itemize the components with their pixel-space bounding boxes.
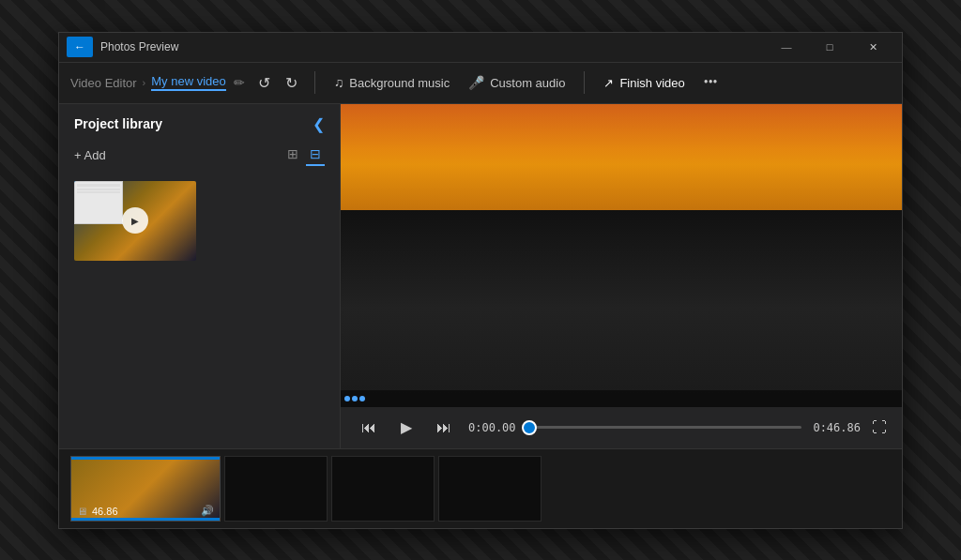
breadcrumb: Video Editor › My new video [70,74,226,91]
media-grid: ▶ [59,174,340,268]
dot-2 [352,396,358,401]
export-icon: ↗ [603,76,614,90]
panel-toolbar: + Add ⊞ ⊟ [59,141,340,174]
list-view-button[interactable]: ⊟ [306,144,325,166]
toolbar-divider [314,71,315,94]
window-controls: — □ ✕ [765,32,894,62]
window-title: Photos Preview [100,40,178,53]
right-panel: ⏮ ▶ ⏭ 0:00.00 0:46.86 ⛶ [341,104,902,448]
toolbar: Video Editor › My new video ✏ ↺ ↻ ♫ Back… [59,63,902,104]
breadcrumb-root[interactable]: Video Editor [70,76,137,90]
step-forward-button[interactable]: ⏭ [431,415,457,441]
redo-button[interactable]: ↻ [280,70,303,96]
media-thumbnail[interactable]: ▶ [74,181,196,261]
back-icon: ← [74,40,85,54]
custom-audio-button[interactable]: 🎤 Custom audio [461,71,572,94]
timeline-track [527,426,802,429]
add-media-button[interactable]: + Add [74,148,106,162]
timeline-strip: 🖥 46.86 🔊 [59,448,902,528]
panel-header: Project library ❮ [59,104,340,141]
video-statusbar [341,390,902,407]
playback-controls: ⏮ ▶ ⏭ 0:00.00 0:46.86 ⛶ [341,407,902,448]
more-options-button[interactable]: ••• [696,71,725,94]
background-music-button[interactable]: ♫ Background music [327,71,457,94]
clip-progress-bar [71,457,220,460]
minimize-button[interactable]: — [765,32,808,62]
dot-3 [359,396,365,401]
dot-1 [344,396,350,401]
panel-title: Project library [74,116,162,131]
background-music-label: Background music [349,76,450,90]
audio-icon: 🔊 [201,505,214,517]
left-panel: Project library ❮ + Add ⊞ ⊟ [59,104,341,448]
timeline-empty-clip-2[interactable] [331,456,435,522]
timeline-empty-clip-3[interactable] [438,456,542,522]
thumbnail-overlay [74,181,123,225]
video-sky [341,104,902,225]
strip-indicator [71,518,220,521]
timeline-knob[interactable] [522,420,537,435]
main-area: Project library ❮ + Add ⊞ ⊟ [59,104,902,448]
video-preview [341,104,902,407]
play-overlay-icon[interactable]: ▶ [122,207,148,234]
timeline[interactable] [527,426,802,429]
music-icon: ♫ [334,75,344,90]
title-bar: ← Photos Preview — □ ✕ [59,33,902,63]
toolbar-divider-2 [584,71,585,94]
timeline-main-clip[interactable]: 🖥 46.86 🔊 [70,456,221,522]
play-button[interactable]: ▶ [393,415,419,441]
total-time: 0:46.86 [813,421,861,434]
custom-audio-label: Custom audio [490,76,565,90]
finish-video-label: Finish video [619,76,684,90]
video-rocks [341,210,902,407]
timeline-empty-clip-1[interactable] [224,456,328,522]
video-preview-bg [341,104,902,407]
close-button[interactable]: ✕ [851,32,894,62]
app-window: ← Photos Preview — □ ✕ Video Editor › My… [58,32,903,529]
clip-duration: 46.86 [92,506,118,517]
current-time: 0:00.00 [468,421,516,434]
statusbar-dots [344,396,365,401]
undo-button[interactable]: ↺ [252,70,276,96]
view-toggle: ⊞ ⊟ [283,144,325,166]
breadcrumb-current[interactable]: My new video [151,74,225,91]
fullscreen-button[interactable]: ⛶ [872,419,887,436]
edit-title-icon[interactable]: ✏ [230,71,249,95]
back-button[interactable]: ← [67,37,93,57]
grid-view-button[interactable]: ⊞ [283,144,302,166]
finish-video-button[interactable]: ↗ Finish video [596,72,692,94]
rewind-button[interactable]: ⏮ [356,415,382,441]
maximize-button[interactable]: □ [808,32,851,62]
breadcrumb-separator: › [143,77,146,88]
screen-icon: 🖥 [77,506,87,517]
collapse-panel-button[interactable]: ❮ [313,115,325,133]
audio-icon: 🎤 [468,75,484,90]
